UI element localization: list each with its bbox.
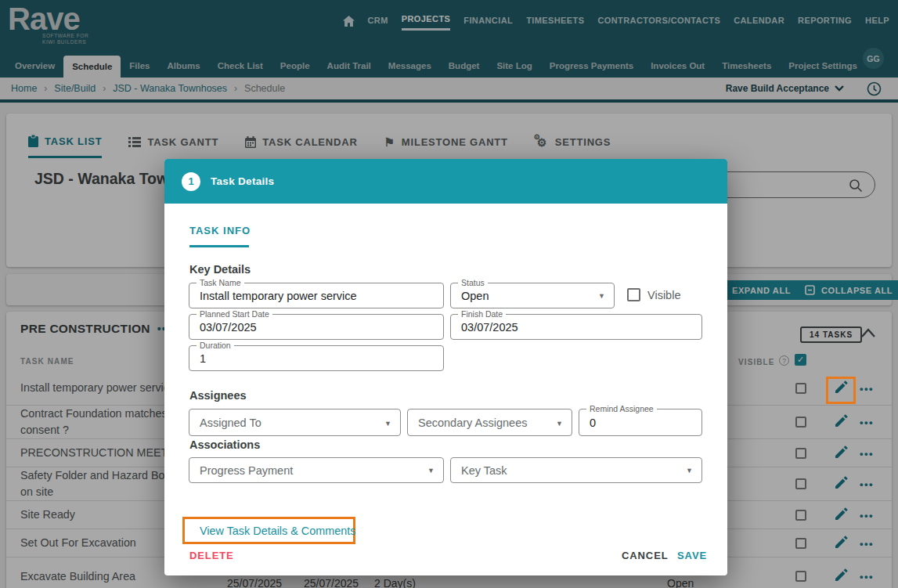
view-task-details-link[interactable]: View Task Details & Comments <box>200 525 355 537</box>
dropdown-arrow-icon: ▼ <box>686 467 693 474</box>
save-button[interactable]: SAVE <box>677 550 707 561</box>
status-select[interactable]: Status Open ▼ <box>450 283 615 308</box>
modal-header: 1 Task Details <box>164 159 727 204</box>
view-comments-annotation-box: View Task Details & Comments <box>182 517 355 544</box>
associations-heading: Associations <box>189 438 260 451</box>
dropdown-arrow-icon: ▼ <box>384 420 391 427</box>
key-details-heading: Key Details <box>189 263 251 276</box>
duration-field[interactable]: Duration 1 <box>189 345 444 371</box>
step-number-badge: 1 <box>182 172 200 191</box>
visible-modal-label: Visible <box>647 289 680 301</box>
remind-assignee-field[interactable]: Remind Assignee 0 <box>579 409 702 436</box>
planned-start-date-field[interactable]: Planned Start Date 03/07/2025 <box>189 314 444 340</box>
dropdown-arrow-icon: ▼ <box>427 467 435 474</box>
dropdown-arrow-icon: ▼ <box>598 292 605 300</box>
visible-modal-checkbox[interactable] <box>627 288 640 301</box>
secondary-assignees-select[interactable]: Secondary Assignees ▼ <box>407 409 572 436</box>
task-details-modal: 1 Task Details TASK INFO Key Details Tas… <box>164 159 727 575</box>
pencil-annotation-box <box>826 377 856 404</box>
cancel-button[interactable]: CANCEL <box>622 550 669 561</box>
assigned-to-select[interactable]: Assigned To ▼ <box>189 409 401 436</box>
dropdown-arrow-icon: ▼ <box>556 420 563 427</box>
progress-payment-select[interactable]: Progress Payment ▼ <box>189 457 444 483</box>
assignees-heading: Assignees <box>189 389 247 402</box>
delete-button[interactable]: DELETE <box>189 550 234 561</box>
task-name-field[interactable]: Task Name Install temporary power servic… <box>189 283 444 308</box>
tab-task-info[interactable]: TASK INFO <box>189 225 251 236</box>
key-task-select[interactable]: Key Task ▼ <box>450 457 702 483</box>
finish-date-field[interactable]: Finish Date 03/07/2025 <box>450 314 702 340</box>
modal-title: Task Details <box>211 175 274 187</box>
